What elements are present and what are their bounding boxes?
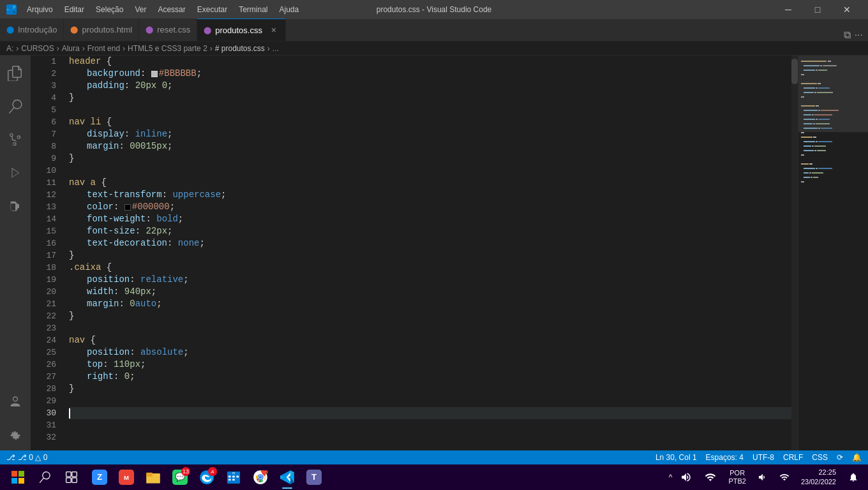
breadcrumb-ellipsis[interactable]: ... [273, 44, 279, 53]
taskbar-calendar[interactable]: 23 [221, 464, 246, 490]
activity-account[interactable] [0, 387, 31, 417]
windows-start-button[interactable] [5, 464, 31, 490]
svg-rect-46 [817, 150, 826, 151]
svg-rect-83 [232, 479, 235, 480]
code-editor[interactable]: header { background: #BBBBBB; padding: 2… [63, 56, 791, 450]
window-controls[interactable]: ─ □ ✕ [774, 0, 862, 19]
status-cursor-pos[interactable]: Ln 30, Col 1 [655, 453, 697, 462]
tab-produtos-css[interactable]: ⬤ produtos.css × [197, 19, 286, 41]
language-indicator[interactable]: POR PTB2 [724, 464, 750, 490]
activity-run[interactable] [0, 158, 31, 188]
breadcrumb-file[interactable]: # produtos.css [215, 44, 265, 53]
taskbar-whatsapp[interactable]: 💬 13 [167, 464, 193, 490]
code-line-5 [69, 104, 791, 116]
tab-produtos-html[interactable]: ⬤ produtos.html [64, 19, 139, 41]
taskbar-vscode[interactable] [274, 464, 300, 490]
tray-network[interactable] [700, 464, 721, 490]
tab-bar: ⬤ Introdução ⬤ produtos.html ⬤ reset.css… [0, 19, 868, 41]
svg-text:Z: Z [97, 472, 102, 482]
menu-selecao[interactable]: Seleção [91, 5, 128, 14]
svg-rect-63 [19, 478, 24, 484]
menu-bar[interactable]: Arquivo Editar Seleção Ver Acessar Execu… [22, 5, 304, 14]
tab-close-button[interactable]: × [269, 25, 279, 35]
vertical-scrollbar[interactable] [791, 56, 798, 450]
taskbar-zoom[interactable]: Z [87, 464, 112, 490]
line-ending-text: CRLF [783, 453, 803, 462]
status-encoding[interactable]: UTF-8 [752, 453, 774, 462]
minimap-slider[interactable] [798, 56, 868, 132]
minimize-button[interactable]: ─ [774, 0, 803, 19]
status-notification-icon[interactable]: 🔔 [852, 453, 862, 462]
title-bar: Arquivo Editar Seleção Ver Acessar Execu… [0, 0, 868, 19]
taskbar-chrome[interactable] [248, 464, 273, 490]
taskbar-taskview[interactable] [59, 464, 84, 490]
activity-settings[interactable] [0, 420, 31, 450]
svg-rect-67 [72, 478, 77, 483]
taskbar-apps: Z M 💬 13 A 23 T [87, 464, 327, 490]
menu-terminal[interactable]: Terminal [234, 5, 273, 14]
tray-chevron[interactable]: ^ [669, 473, 673, 482]
svg-rect-64 [66, 472, 71, 477]
code-line-14: font-weight: bold; [69, 213, 791, 225]
taskbar-notification-button[interactable] [844, 464, 863, 490]
taskbar-teams[interactable]: T [301, 464, 327, 490]
code-line-26: top: 110px; [69, 359, 791, 371]
svg-rect-35 [801, 132, 804, 133]
code-line-18: .caixa { [69, 262, 791, 274]
menu-executar[interactable]: Executar [192, 5, 232, 14]
taskbar-edge[interactable]: A [194, 464, 220, 490]
menu-acessar[interactable]: Acessar [153, 5, 190, 14]
code-container[interactable]: 1 2 3 4 5 6 7 8 9 10 11 12 13 14 15 16 1… [31, 56, 868, 450]
split-editor-icon[interactable]: ⧉ [844, 29, 851, 41]
breadcrumb-alura[interactable]: Alura [62, 44, 80, 53]
menu-ver[interactable]: Ver [130, 5, 151, 14]
status-line-ending[interactable]: CRLF [783, 453, 803, 462]
activity-explorer[interactable] [0, 58, 31, 89]
breadcrumb-cursos[interactable]: CURSOS [21, 44, 54, 53]
tray-volume[interactable] [676, 464, 696, 490]
tray-icons[interactable]: ^ [669, 473, 673, 482]
activity-source-control[interactable] [0, 124, 31, 155]
status-spaces[interactable]: Espaços: 4 [706, 453, 744, 462]
status-format-icon[interactable]: ⟳ [837, 453, 843, 462]
taskbar-search-button[interactable] [33, 466, 56, 489]
tab-intro[interactable]: ⬤ Introdução [0, 19, 64, 41]
code-line-19: position: relative; [69, 274, 791, 286]
breadcrumb: A: › CURSOS › Alura › Front end › HTML5 … [0, 41, 868, 56]
breadcrumb-frontend[interactable]: Front end [87, 44, 120, 53]
code-line-17: } [69, 249, 791, 262]
more-actions-icon[interactable]: ··· [855, 29, 863, 41]
vscode-icon [6, 4, 17, 15]
menu-ajuda[interactable]: Ajuda [274, 5, 304, 14]
code-line-21: margin: 0 auto; [69, 298, 791, 310]
svg-rect-55 [812, 172, 823, 174]
taskbar-clock[interactable]: 22:25 23/02/2022 [797, 468, 840, 487]
activity-search[interactable] [0, 91, 31, 122]
status-git[interactable]: ⎇ ⎇ 0 △ 0 [6, 453, 47, 462]
minimap[interactable] [798, 56, 868, 450]
activity-extensions[interactable] [0, 191, 31, 221]
svg-rect-52 [818, 168, 832, 169]
svg-rect-44 [804, 150, 814, 151]
taskbar-meet[interactable]: M [114, 464, 139, 490]
svg-rect-66 [66, 478, 71, 483]
svg-rect-54 [809, 172, 811, 174]
tray-speaker[interactable] [754, 464, 772, 490]
code-line-30 [69, 407, 791, 419]
svg-rect-81 [236, 476, 239, 478]
spaces-text: Espaços: 4 [706, 453, 744, 462]
breadcrumb-drive[interactable]: A: [6, 44, 13, 53]
menu-editar[interactable]: Editar [59, 5, 89, 14]
maximize-button[interactable]: □ [803, 0, 832, 19]
scrollbar-thumb[interactable] [791, 59, 798, 84]
code-line-32 [69, 431, 791, 443]
tray-wifi[interactable] [775, 464, 793, 490]
tab-reset-css[interactable]: ⬤ reset.css [139, 19, 197, 41]
breadcrumb-course[interactable]: HTML5 e CSS3 parte 2 [128, 44, 207, 53]
taskbar-file-explorer[interactable] [140, 464, 166, 490]
code-line-9: } [69, 152, 791, 165]
close-button[interactable]: ✕ [832, 0, 862, 19]
menu-arquivo[interactable]: Arquivo [22, 5, 58, 14]
window-title: produtos.css - Visual Studio Code [377, 5, 492, 14]
status-language[interactable]: CSS [812, 453, 828, 462]
